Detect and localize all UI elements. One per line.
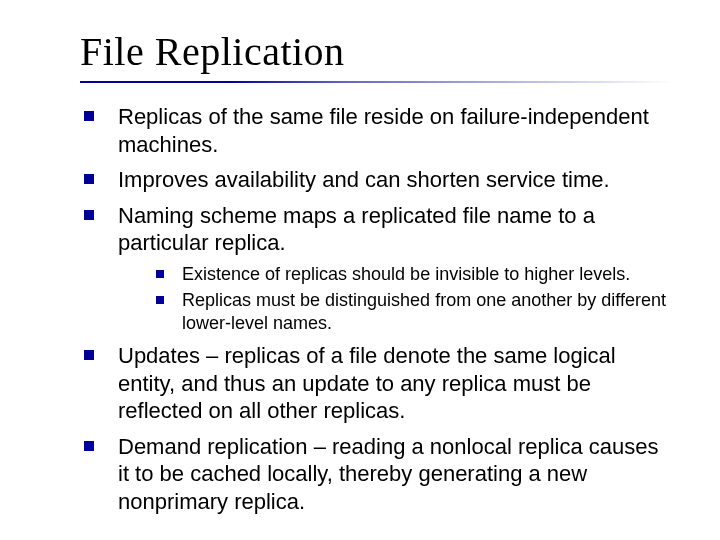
bullet-text: Updates – replicas of a file denote the … [118,343,616,423]
bullet-item: Demand replication – reading a nonlocal … [84,433,672,516]
bullet-item: Updates – replicas of a file denote the … [84,342,672,425]
sub-bullet-item: Existence of replicas should be invisibl… [156,263,672,286]
bullet-text: Naming scheme maps a replicated file nam… [118,203,595,256]
sub-bullet-text: Replicas must be distinguished from one … [182,290,666,333]
slide: File Replication Replicas of the same fi… [0,0,720,540]
bullet-text: Improves availability and can shorten se… [118,167,610,192]
bullet-item: Replicas of the same file reside on fail… [84,103,672,158]
bullet-text: Demand replication – reading a nonlocal … [118,434,659,514]
sub-bullet-item: Replicas must be distinguished from one … [156,289,672,334]
bullet-list: Replicas of the same file reside on fail… [80,103,672,515]
bullet-item: Improves availability and can shorten se… [84,166,672,194]
slide-title: File Replication [80,28,672,75]
bullet-text: Replicas of the same file reside on fail… [118,104,649,157]
sub-bullet-text: Existence of replicas should be invisibl… [182,264,630,284]
sub-bullet-list: Existence of replicas should be invisibl… [118,263,672,335]
title-underline [80,81,672,83]
bullet-item: Naming scheme maps a replicated file nam… [84,202,672,335]
